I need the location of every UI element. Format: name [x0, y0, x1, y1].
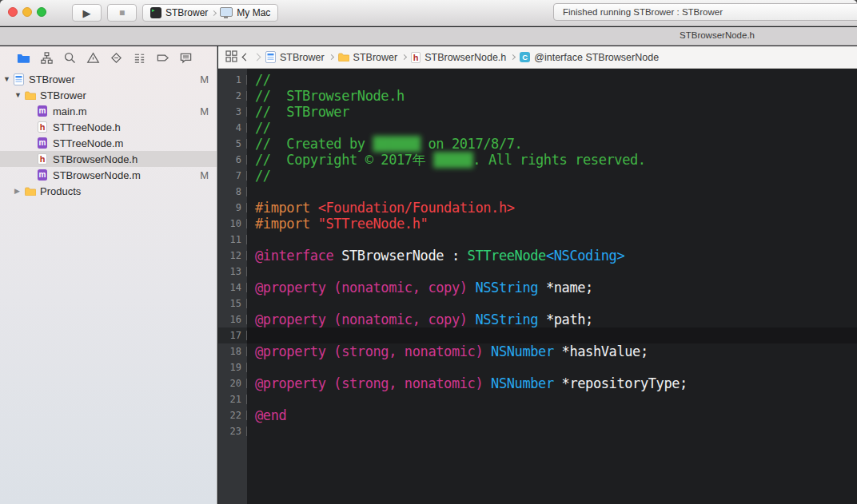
line-number[interactable]: 8 — [218, 184, 247, 200]
disclosure-triangle-icon[interactable]: ▶ — [14, 187, 25, 195]
line-number[interactable]: 21 — [218, 391, 247, 407]
zoom-button[interactable] — [37, 7, 46, 17]
code-text: // STBrowserNode.h — [247, 88, 405, 104]
line-number[interactable]: 18 — [218, 343, 247, 359]
line-number[interactable]: 14 — [218, 280, 247, 296]
line-number[interactable]: 22 — [218, 407, 247, 423]
line-number[interactable]: 2 — [218, 88, 247, 104]
stop-button[interactable]: ■ — [107, 4, 137, 22]
tree-item-sttreenode-h[interactable]: hSTTreeNode.h — [0, 119, 217, 135]
tree-item-main-m[interactable]: mmain.mM — [0, 103, 217, 119]
breadcrumb: STBrowerSTBrowerhSTBrowserNode.hC@interf… — [265, 51, 659, 63]
project-navigator-icon[interactable] — [17, 51, 30, 65]
code-line-19[interactable]: 19 — [218, 359, 857, 375]
navigator-icon-bar — [0, 46, 217, 69]
code-line-17[interactable]: 17 — [218, 327, 857, 343]
line-number[interactable]: 23 — [218, 423, 247, 439]
code-line-20[interactable]: 20@property (strong, nonatomic) NSNumber… — [218, 375, 857, 391]
code-line-9[interactable]: 9#import <Foundation/Foundation.h> — [218, 200, 857, 216]
code-line-13[interactable]: 13 — [218, 264, 857, 280]
code-line-14[interactable]: 14@property (nonatomic, copy) NSString *… — [218, 280, 857, 296]
symbol-navigator-icon[interactable] — [40, 51, 54, 65]
related-items-icon[interactable] — [225, 50, 237, 65]
close-button[interactable] — [8, 7, 18, 17]
line-number[interactable]: 3 — [218, 104, 247, 120]
tree-item-stbrowsernode-m[interactable]: mSTBrowserNode.mM — [0, 167, 217, 183]
run-button[interactable]: ▶ — [72, 4, 102, 22]
code-line-22[interactable]: 22@end — [218, 407, 857, 423]
disclosure-triangle-icon[interactable]: ▼ — [14, 91, 25, 99]
line-number[interactable]: 4 — [218, 120, 247, 136]
code-area[interactable]: 1//2// STBrowserNode.h3// STBrower4//5//… — [218, 69, 857, 504]
mac-display-icon — [220, 7, 233, 17]
line-number[interactable]: 12 — [218, 248, 247, 264]
code-text: @end — [247, 407, 286, 423]
tree-item-stbrower[interactable]: ▼STBrowerM — [0, 71, 217, 87]
breadcrumb-label: @interface STBrowserNode — [534, 52, 659, 63]
search-navigator-icon[interactable] — [63, 51, 77, 65]
code-line-15[interactable]: 15 — [218, 296, 857, 312]
code-line-1[interactable]: 1// — [218, 72, 857, 88]
code-line-8[interactable]: 8 — [218, 184, 857, 200]
line-number[interactable]: 10 — [218, 216, 247, 232]
line-number[interactable]: 15 — [218, 296, 247, 312]
line-number[interactable]: 5 — [218, 136, 247, 152]
line-number[interactable]: 11 — [218, 232, 247, 248]
code-line-16[interactable]: 16@property (nonatomic, copy) NSString *… — [218, 312, 857, 327]
xcode-window: ▶ ■ STBrower My Mac Finished running STB… — [0, 0, 857, 504]
code-text: @interface STBrowserNode : STTreeNode<NS… — [247, 248, 624, 264]
tree-item-sttreenode-m[interactable]: mSTTreeNode.m — [0, 135, 217, 151]
line-number[interactable]: 13 — [218, 264, 247, 280]
disclosure-triangle-icon[interactable]: ▼ — [3, 75, 14, 83]
breadcrumb-label: STBrower — [280, 52, 325, 63]
code-line-4[interactable]: 4// — [218, 120, 857, 136]
code-line-23[interactable]: 23 — [218, 423, 857, 439]
code-line-5[interactable]: 5// Created by ██████ on 2017/8/7. — [218, 136, 857, 152]
code-line-12[interactable]: 12@interface STBrowserNode : STTreeNode<… — [218, 248, 857, 264]
scheme-selector[interactable]: STBrower My Mac — [142, 4, 278, 22]
breakpoint-navigator-icon[interactable] — [156, 51, 169, 65]
breadcrumb-item[interactable]: C@interface STBrowserNode — [520, 52, 659, 63]
line-number[interactable]: 16 — [218, 312, 247, 327]
breadcrumb-item[interactable]: STBrower — [338, 52, 398, 63]
minimize-button[interactable] — [22, 7, 32, 17]
code-line-6[interactable]: 6// Copyright © 2017年 █████. All rights … — [218, 152, 857, 168]
line-number[interactable]: 20 — [218, 375, 247, 391]
project-file-tree: ▼STBrowerM▼STBrowermmain.mMhSTTreeNode.h… — [0, 71, 217, 199]
code-line-11[interactable]: 11 — [218, 232, 857, 248]
breadcrumb-item[interactable]: hSTBrowserNode.h — [411, 52, 506, 63]
forward-button[interactable] — [253, 54, 261, 62]
line-number[interactable]: 17 — [218, 327, 247, 343]
line-number[interactable]: 6 — [218, 152, 247, 168]
breadcrumb-separator-icon — [329, 54, 334, 60]
tree-item-stbrowsernode-h[interactable]: hSTBrowserNode.h — [0, 151, 217, 167]
back-button[interactable] — [242, 54, 250, 62]
class-symbol-icon: C — [520, 52, 530, 62]
breadcrumb-label: STBrower — [353, 52, 398, 63]
activity-status: Finished running STBrower : STBrower — [553, 3, 857, 21]
code-line-7[interactable]: 7// — [218, 168, 857, 184]
test-navigator-icon[interactable] — [110, 51, 123, 65]
code-line-21[interactable]: 21 — [218, 391, 857, 407]
tree-item-stbrower[interactable]: ▼STBrower — [0, 87, 217, 103]
project-icon — [265, 51, 276, 63]
issue-navigator-icon[interactable] — [86, 51, 100, 65]
tab-bar[interactable]: STBrowserNode.h — [0, 27, 857, 46]
code-line-3[interactable]: 3// STBrower — [218, 104, 857, 120]
line-number[interactable]: 19 — [218, 359, 247, 375]
code-line-10[interactable]: 10#import "STTreeNode.h" — [218, 216, 857, 232]
line-number[interactable]: 9 — [218, 200, 247, 216]
report-navigator-icon[interactable] — [179, 51, 193, 65]
tree-item-products[interactable]: ▶Products — [0, 183, 217, 199]
code-text: // — [247, 120, 271, 136]
code-text — [247, 359, 255, 375]
debug-navigator-icon[interactable] — [133, 51, 146, 65]
breadcrumb-item[interactable]: STBrower — [265, 51, 325, 63]
line-number[interactable]: 7 — [218, 168, 247, 184]
code-text — [247, 423, 255, 439]
line-number[interactable]: 1 — [218, 72, 247, 88]
navigator-sidebar: ▼STBrowerM▼STBrowermmain.mMhSTTreeNode.h… — [0, 46, 217, 504]
code-line-2[interactable]: 2// STBrowserNode.h — [218, 88, 857, 104]
folder-icon — [25, 187, 38, 196]
code-line-18[interactable]: 18@property (strong, nonatomic) NSNumber… — [218, 343, 857, 359]
